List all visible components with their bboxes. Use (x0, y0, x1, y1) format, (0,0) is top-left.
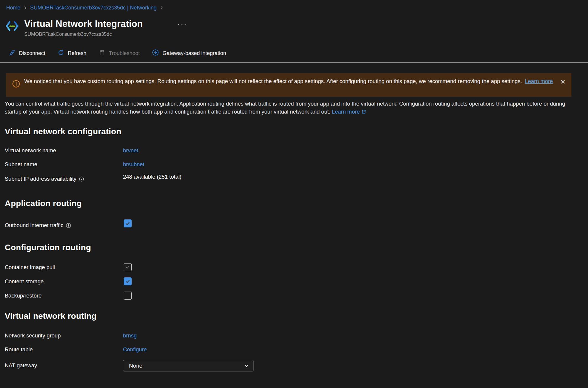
check-icon (125, 279, 130, 284)
subnet-name-label: Subnet name (5, 161, 37, 168)
content-storage-checkbox[interactable] (124, 277, 132, 285)
route-table-label: Route table (5, 346, 33, 353)
field-row-route-table: Route table Configure (5, 346, 330, 355)
field-row-container-image-pull: Container image pull (5, 263, 330, 272)
disconnect-plug-icon (9, 49, 15, 57)
page-description: You can control what traffic goes throug… (5, 100, 570, 116)
virtual-network-icon (5, 21, 19, 33)
description-learn-more-link[interactable]: Learn more (332, 109, 366, 115)
page-title: Virtual Network Integration (24, 18, 143, 30)
network-security-group-link[interactable]: brnsg (123, 332, 137, 339)
subnet-ip-availability-label: Subnet IP address availability (5, 176, 76, 182)
field-row-network-security-group: Network security group brnsg (5, 332, 330, 341)
breadcrumb-resource-link[interactable]: SUMOBRTaskConsumerb3ov7cxzs35dc | Networ… (30, 5, 157, 11)
page-header: Virtual Network Integration SUMOBRTaskCo… (5, 18, 143, 37)
warning-banner-text: We noticed that you have custom routing … (24, 77, 554, 85)
breadcrumb-chevron-icon (160, 6, 164, 10)
command-bar: Disconnect Refresh Troubleshoot (9, 48, 226, 59)
container-image-pull-checkbox[interactable] (124, 263, 132, 271)
troubleshoot-label: Troubleshoot (109, 50, 140, 56)
route-table-configure-link[interactable]: Configure (123, 346, 147, 353)
section-title-vnet-configuration: Virtual network configuration (5, 127, 121, 136)
warning-info-icon (12, 80, 20, 89)
section-title-application-routing: Application routing (5, 199, 82, 208)
gateway-integration-button[interactable]: Gateway-based integration (152, 49, 226, 57)
warning-banner: We noticed that you have custom routing … (6, 73, 571, 97)
outbound-internet-traffic-label: Outbound internet traffic (5, 222, 63, 229)
container-image-pull-label: Container image pull (5, 264, 55, 271)
refresh-icon (58, 49, 64, 57)
vnet-name-label: Virtual network name (5, 147, 56, 154)
breadcrumb: Home SUMOBRTaskConsumerb3ov7cxzs35dc | N… (6, 5, 164, 11)
field-row-outbound-internet-traffic: Outbound internet traffic (5, 219, 330, 229)
external-link-icon (361, 108, 366, 116)
nat-gateway-select[interactable]: None (123, 360, 253, 371)
nat-gateway-label: NAT gateway (5, 362, 37, 369)
field-row-content-storage: Content storage (5, 277, 330, 286)
field-row-subnet-ip-availability: Subnet IP address availability 248 avail… (5, 176, 330, 185)
nat-gateway-selected-value: None (129, 363, 244, 369)
breadcrumb-chevron-icon (23, 6, 27, 10)
info-icon[interactable] (79, 177, 84, 182)
chevron-down-icon (244, 363, 249, 368)
network-security-group-label: Network security group (5, 332, 61, 339)
check-icon (125, 221, 130, 226)
refresh-button[interactable]: Refresh (58, 49, 86, 57)
disconnect-label: Disconnect (19, 50, 45, 56)
toolbar-divider (0, 62, 588, 63)
troubleshoot-tools-icon (99, 49, 105, 57)
disconnect-button[interactable]: Disconnect (9, 49, 45, 57)
vnet-name-link[interactable]: brvnet (123, 147, 138, 154)
breadcrumb-home-link[interactable]: Home (6, 5, 20, 11)
arrow-circle-icon (152, 49, 159, 57)
page-subtitle: SUMOBRTaskConsumerb3ov7cxzs35dc (24, 31, 143, 37)
section-title-vnet-routing: Virtual network routing (5, 311, 97, 321)
subnet-ip-availability-value: 248 available (251 total) (123, 174, 181, 180)
banner-learn-more-link[interactable]: Learn more (525, 78, 553, 84)
field-row-vnet-name: Virtual network name brvnet (5, 147, 330, 156)
backup-restore-checkbox[interactable] (124, 292, 132, 300)
backup-restore-label: Backup/restore (5, 292, 41, 299)
subnet-name-link[interactable]: brsubnet (123, 161, 144, 168)
field-row-backup-restore: Backup/restore (5, 292, 330, 300)
check-icon (125, 265, 130, 270)
info-icon[interactable] (66, 223, 71, 228)
section-title-configuration-routing: Configuration routing (5, 243, 91, 252)
banner-close-icon[interactable]: ✕ (560, 79, 566, 85)
gateway-integration-label: Gateway-based integration (162, 50, 226, 56)
content-storage-label: Content storage (5, 278, 44, 285)
refresh-label: Refresh (68, 50, 86, 56)
more-options-button[interactable]: ··· (177, 18, 187, 30)
outbound-internet-traffic-checkbox[interactable] (124, 219, 132, 227)
troubleshoot-button: Troubleshoot (99, 49, 140, 57)
field-row-subnet-name: Subnet name brsubnet (5, 161, 330, 170)
